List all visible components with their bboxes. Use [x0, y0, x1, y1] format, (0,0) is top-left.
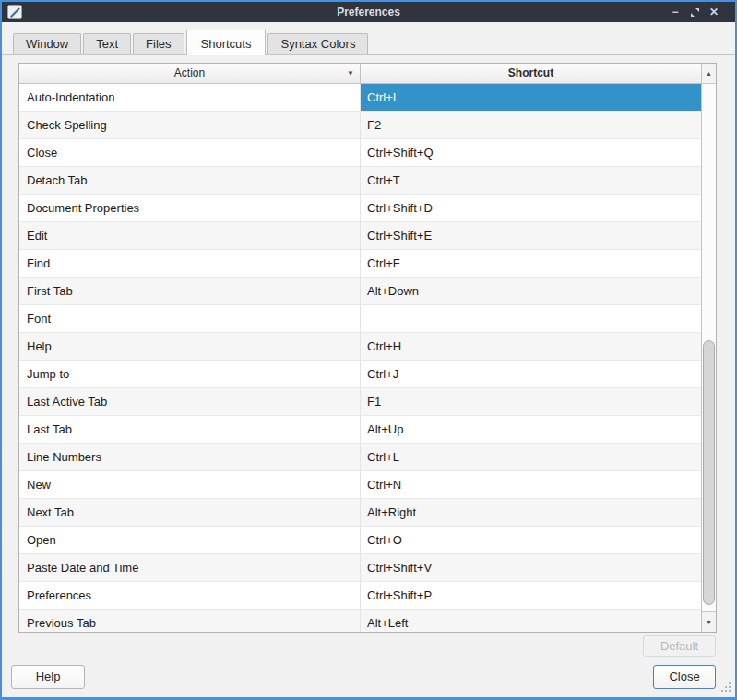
tab-shortcuts[interactable]: Shortcuts	[186, 30, 267, 55]
action-cell[interactable]: Last Tab	[19, 416, 361, 443]
action-header-label: Action	[174, 66, 205, 79]
shortcut-cell[interactable]: Ctrl+Shift+V	[361, 554, 701, 581]
shortcut-cell[interactable]: Ctrl+H	[361, 333, 701, 360]
window-title: Preferences	[2, 2, 735, 22]
shortcut-cell[interactable]: Ctrl+L	[361, 444, 701, 470]
shortcut-cell[interactable]: Ctrl+Shift+D	[361, 195, 701, 221]
action-cell[interactable]: Jump to	[19, 361, 361, 387]
table-row[interactable]: FindCtrl+F	[19, 250, 701, 278]
shortcut-cell[interactable]: Alt+Right	[361, 499, 701, 526]
action-cell[interactable]: Next Tab	[19, 499, 361, 526]
action-cell[interactable]: Paste Date and Time	[19, 554, 361, 581]
shortcut-cell[interactable]: Ctrl+Shift+E	[361, 222, 701, 249]
resize-grip[interactable]	[719, 681, 732, 694]
shortcut-cell[interactable]: Ctrl+O	[361, 527, 701, 553]
shortcut-cell[interactable]: Ctrl+Shift+P	[361, 582, 701, 609]
shortcut-cell[interactable]: Alt+Down	[361, 278, 701, 304]
action-cell[interactable]: New	[19, 471, 361, 498]
restore-icon[interactable]	[688, 5, 701, 19]
close-icon[interactable]: ✕	[707, 5, 720, 19]
shortcut-cell[interactable]: Ctrl+J	[361, 361, 701, 387]
tab-bar: WindowTextFilesShortcutsSyntax Colors	[2, 30, 735, 55]
table-row[interactable]: PreferencesCtrl+Shift+P	[19, 582, 701, 610]
table-row[interactable]: Font	[19, 305, 701, 333]
action-cell[interactable]: Last Active Tab	[19, 388, 361, 415]
table-body: Auto-IndentationCtrl+ICheck SpellingF2Cl…	[19, 84, 701, 632]
title-bar[interactable]: Preferences − ✕	[2, 2, 735, 22]
table-row[interactable]: Jump toCtrl+J	[19, 361, 701, 388]
tab-text[interactable]: Text	[83, 33, 131, 54]
table-row[interactable]: Document PropertiesCtrl+Shift+D	[19, 195, 701, 222]
close-button[interactable]: Close	[653, 665, 716, 689]
table-row[interactable]: Last TabAlt+Up	[19, 416, 701, 444]
action-cell[interactable]: Auto-Indentation	[19, 84, 361, 111]
action-cell[interactable]: Check Spelling	[19, 112, 361, 138]
column-header-shortcut[interactable]: Shortcut	[361, 64, 701, 83]
shortcuts-table: Action ▼ Shortcut Auto-IndentationCtrl+I…	[18, 63, 717, 633]
action-cell[interactable]: Edit	[19, 222, 361, 249]
table-row[interactable]: CloseCtrl+Shift+Q	[19, 139, 701, 167]
minimize-icon[interactable]: −	[669, 5, 682, 19]
tab-syntax-colors[interactable]: Syntax Colors	[267, 33, 368, 54]
action-cell[interactable]: Document Properties	[19, 195, 361, 221]
table-row[interactable]: First TabAlt+Down	[19, 278, 701, 305]
shortcut-cell[interactable]: Ctrl+N	[361, 471, 701, 498]
shortcut-cell[interactable]: Ctrl+T	[361, 167, 701, 194]
action-cell[interactable]: Open	[19, 527, 361, 553]
table-row[interactable]: Check SpellingF2	[19, 112, 701, 139]
action-cell[interactable]: First Tab	[19, 278, 361, 304]
default-button: Default	[643, 635, 716, 657]
scrollbar-track[interactable]	[702, 84, 716, 611]
window-controls: − ✕	[669, 2, 720, 22]
scrollbar-thumb[interactable]	[703, 340, 715, 605]
table-row[interactable]: Detach TabCtrl+T	[19, 167, 701, 195]
action-cell[interactable]: Preferences	[19, 582, 361, 609]
column-header-action[interactable]: Action ▼	[19, 64, 361, 83]
shortcut-cell[interactable]: Ctrl+F	[361, 250, 701, 277]
shortcut-cell[interactable]: Alt+Up	[361, 416, 701, 443]
sort-desc-icon: ▼	[347, 64, 354, 83]
dialog-content: WindowTextFilesShortcutsSyntax Colors Ac…	[2, 22, 735, 697]
table-row[interactable]: Last Active TabF1	[19, 388, 701, 416]
shortcut-cell[interactable]: Ctrl+Shift+Q	[361, 139, 701, 166]
action-cell[interactable]: Line Numbers	[19, 444, 361, 470]
action-cell[interactable]: Font	[19, 305, 361, 332]
shortcut-cell[interactable]: F1	[361, 388, 701, 415]
action-cell[interactable]: Previous Tab	[19, 610, 361, 632]
table-row[interactable]: Auto-IndentationCtrl+I	[19, 84, 701, 112]
table-row[interactable]: Line NumbersCtrl+L	[19, 444, 701, 471]
table-row[interactable]: HelpCtrl+H	[19, 333, 701, 361]
table-row[interactable]: EditCtrl+Shift+E	[19, 222, 701, 250]
table-row[interactable]: Paste Date and TimeCtrl+Shift+V	[19, 554, 701, 582]
shortcut-cell[interactable]: Ctrl+I	[361, 84, 701, 111]
table-row[interactable]: Next TabAlt+Right	[19, 499, 701, 527]
help-button[interactable]: Help	[11, 665, 85, 689]
tab-files[interactable]: Files	[133, 33, 184, 54]
shortcut-header-label: Shortcut	[508, 66, 553, 79]
scroll-down-icon[interactable]: ▼	[702, 611, 716, 632]
action-cell[interactable]: Close	[19, 139, 361, 166]
action-cell[interactable]: Detach Tab	[19, 167, 361, 194]
table-row[interactable]: NewCtrl+N	[19, 471, 701, 499]
action-cell[interactable]: Find	[19, 250, 361, 277]
table-row[interactable]: Previous TabAlt+Left	[19, 610, 701, 632]
table-columns: Action ▼ Shortcut Auto-IndentationCtrl+I…	[19, 64, 701, 632]
table-row[interactable]: OpenCtrl+O	[19, 527, 701, 554]
shortcut-cell[interactable]	[361, 305, 701, 332]
vertical-scrollbar[interactable]: ▲ ▼	[701, 64, 716, 632]
table-header: Action ▼ Shortcut	[19, 64, 701, 84]
preferences-dialog: Preferences − ✕ WindowTextFilesShortcuts…	[0, 0, 737, 700]
action-cell[interactable]: Help	[19, 333, 361, 360]
shortcut-cell[interactable]: Alt+Left	[361, 610, 701, 632]
scroll-up-icon[interactable]: ▲	[702, 64, 716, 84]
shortcut-cell[interactable]: F2	[361, 112, 701, 138]
tab-window[interactable]: Window	[13, 33, 81, 54]
